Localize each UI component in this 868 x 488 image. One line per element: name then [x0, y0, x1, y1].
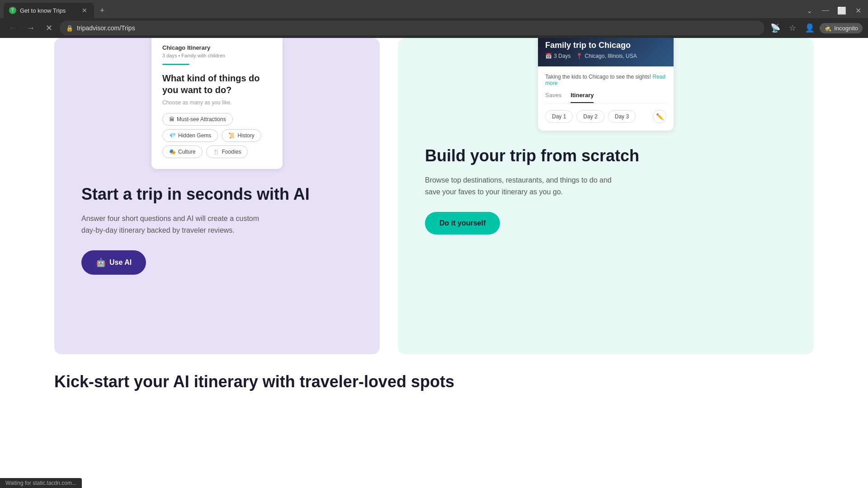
tag-label: Foodies	[222, 149, 241, 155]
active-tab[interactable]: T Get to know Trips ✕	[4, 3, 94, 18]
nav-bar: ← → ✕ 🔒 tripadvisor.com/Trips 📡 ☆ 👤 🕵 In…	[0, 18, 868, 38]
location-icon: 📍	[576, 53, 583, 59]
columns-wrapper: Chicago Itinerary 3 days • Family with c…	[0, 38, 868, 354]
browser-chrome: T Get to know Trips ✕ + ⌄ — ⬜ ✕ ← → ✕ 🔒 …	[0, 0, 868, 38]
cast-icon[interactable]: 📡	[768, 21, 783, 35]
tag-icon: 💎	[169, 132, 176, 139]
address-bar[interactable]: 🔒 tripadvisor.com/Trips	[60, 21, 764, 35]
nav-right-icons: 📡 ☆ 👤 🕵 Incognito	[768, 21, 863, 35]
day-1-button[interactable]: Day 1	[545, 110, 573, 123]
incognito-badge: 🕵 Incognito	[820, 23, 863, 33]
tab-favicon: T	[9, 7, 16, 14]
day-2-button[interactable]: Day 2	[576, 110, 604, 123]
left-description: Answer four short questions and AI will …	[81, 213, 271, 236]
tab-right-controls: ⌄ — ⬜ ✕	[803, 4, 864, 17]
tab-close-button[interactable]: ✕	[80, 6, 89, 14]
tag-history[interactable]: 📜 History	[222, 129, 261, 142]
tag-icon: 🍴	[213, 149, 220, 155]
bookmark-icon[interactable]: ☆	[785, 21, 800, 35]
card-tabs: Saves Itinerary	[545, 92, 666, 103]
right-card-title: Family trip to Chicago	[545, 41, 666, 50]
card-tags: 🏛 Must-see Attractions 💎 Hidden Gems 📜 H…	[162, 113, 272, 158]
new-tab-button[interactable]: +	[96, 4, 108, 17]
right-card-preview: Family trip to Chicago 📅 3 Days 📍 Chicag…	[538, 38, 674, 131]
back-button[interactable]: ←	[5, 21, 20, 35]
incognito-label: Incognito	[834, 25, 858, 32]
itinerary-tab[interactable]: Itinerary	[571, 92, 594, 103]
minimize-button[interactable]: —	[819, 4, 832, 17]
right-description: Browse top destinations, restaurants, an…	[425, 174, 615, 197]
left-card-preview: Chicago Itinerary 3 days • Family with c…	[151, 38, 283, 169]
card-header-row: Chicago Itinerary	[162, 44, 272, 51]
card-progress-bar	[162, 64, 189, 65]
reload-button[interactable]: ✕	[42, 21, 56, 35]
forward-button[interactable]: →	[24, 21, 38, 35]
right-card-meta: 📅 3 Days 📍 Chicago, Illinois, USA	[545, 53, 666, 59]
status-bar: Waiting for static.tacdn.com...	[0, 478, 82, 488]
tag-label: Hidden Gems	[178, 132, 211, 139]
tab-list-button[interactable]: ⌄	[803, 4, 816, 17]
right-card-body: Taking the kids to Chicago to see the si…	[538, 66, 674, 131]
tab-title: Get to know Trips	[20, 7, 77, 14]
bottom-section: Kick-start your AI itinerary with travel…	[0, 354, 868, 391]
saves-tab[interactable]: Saves	[545, 92, 561, 103]
right-card-image-area: Family trip to Chicago 📅 3 Days 📍 Chicag…	[538, 38, 674, 66]
tag-label: Culture	[178, 149, 196, 155]
tag-icon: 🎭	[169, 149, 176, 155]
meta-days: 📅 3 Days	[545, 53, 571, 59]
page-content: Chicago Itinerary 3 days • Family with c…	[0, 38, 868, 488]
do-it-label: Do it yourself	[439, 219, 486, 227]
use-ai-label: Use AI	[109, 258, 132, 267]
lock-icon: 🔒	[66, 25, 73, 32]
tag-icon: 📜	[228, 132, 235, 139]
right-heading: Build your trip from scratch	[425, 146, 787, 165]
tag-icon: 🏛	[169, 116, 175, 122]
use-ai-button[interactable]: 🤖 Use AI	[81, 250, 146, 275]
calendar-icon: 📅	[545, 53, 552, 59]
right-card-description: Taking the kids to Chicago to see the si…	[545, 74, 666, 86]
tag-hidden-gems[interactable]: 💎 Hidden Gems	[162, 129, 218, 142]
left-text-section: Start a trip in seconds with AI Answer f…	[81, 174, 353, 275]
profile-icon[interactable]: 👤	[802, 21, 817, 35]
right-column: Family trip to Chicago 📅 3 Days 📍 Chicag…	[398, 38, 814, 354]
do-it-yourself-button[interactable]: Do it yourself	[425, 212, 500, 235]
tag-culture[interactable]: 🎭 Culture	[162, 145, 203, 158]
left-column: Chicago Itinerary 3 days • Family with c…	[54, 38, 380, 354]
left-heading: Start a trip in seconds with AI	[81, 184, 353, 204]
tab-bar: T Get to know Trips ✕ + ⌄ — ⬜ ✕	[0, 0, 868, 18]
tag-must-see[interactable]: 🏛 Must-see Attractions	[162, 113, 233, 126]
card-subtitle: Choose as many as you like.	[162, 99, 272, 106]
ai-icon: 🤖	[96, 258, 106, 267]
day-buttons: Day 1 Day 2 Day 3 ✏️	[545, 110, 666, 123]
close-window-button[interactable]: ✕	[852, 4, 864, 17]
card-question: What kind of things do you want to do?	[162, 72, 272, 96]
maximize-button[interactable]: ⬜	[835, 4, 848, 17]
tag-foodies[interactable]: 🍴 Foodies	[206, 145, 248, 158]
card-meta: 3 days • Family with children	[162, 53, 272, 58]
meta-location: 📍 Chicago, Illinois, USA	[576, 53, 637, 59]
card-itinerary-title: Chicago Itinerary	[162, 44, 210, 51]
bottom-heading: Kick-start your AI itinerary with travel…	[54, 372, 814, 391]
tag-label: History	[237, 132, 254, 139]
status-text: Waiting for static.tacdn.com...	[5, 480, 76, 486]
edit-icon[interactable]: ✏️	[653, 110, 666, 123]
address-text: tripadvisor.com/Trips	[77, 24, 758, 32]
tag-label: Must-see Attractions	[177, 116, 226, 122]
right-text-section: Build your trip from scratch Browse top …	[425, 135, 787, 235]
day-3-button[interactable]: Day 3	[608, 110, 636, 123]
